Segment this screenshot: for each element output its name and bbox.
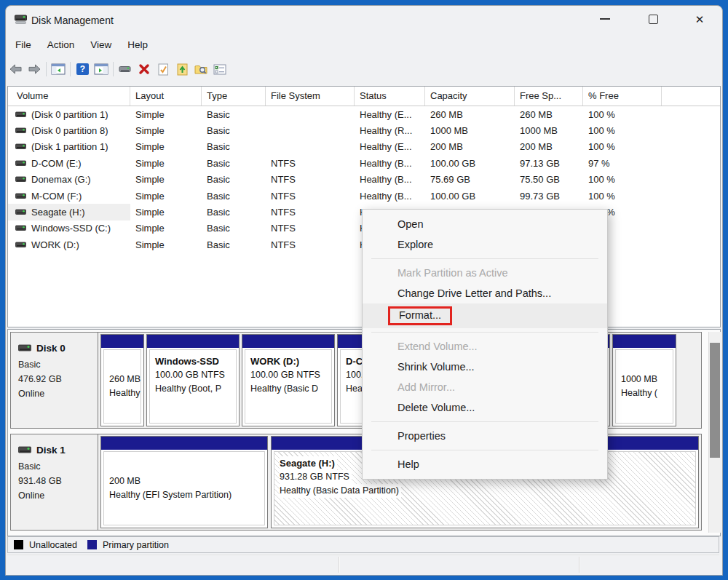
disk1-partition-efi[interactable]: 200 MB Healthy (EFI System Partition) <box>100 436 268 528</box>
volume-drive-icon <box>15 176 26 183</box>
drive-popup-icon[interactable] <box>116 60 135 79</box>
cell-layout: Simple <box>130 223 202 234</box>
table-row[interactable]: (Disk 1 partition 1) Simple Basic Health… <box>8 139 720 155</box>
cell-capacity: 100.00 GB <box>425 158 515 169</box>
cell-layout: Simple <box>130 191 202 202</box>
legend-unallocated-label: Unallocated <box>29 540 77 550</box>
cell-layout: Simple <box>130 158 202 169</box>
table-row[interactable]: (Disk 0 partition 8) Simple Basic Health… <box>8 122 720 138</box>
legend-bar: Unallocated Primary partition <box>7 536 719 553</box>
partition-size: 100.00 GB NTFS <box>155 368 236 382</box>
cell-file-system: NTFS <box>266 191 355 202</box>
disk0-partition-windows-ssd[interactable]: Windows-SSD 100.00 GB NTFS Healthy (Boot… <box>146 334 240 426</box>
cell-layout: Simple <box>130 109 202 120</box>
volume-drive-icon <box>15 209 26 215</box>
column-header-capacity[interactable]: Capacity <box>425 87 515 106</box>
menu-view[interactable]: View <box>82 36 119 55</box>
menu-help[interactable]: Help <box>119 36 156 55</box>
volume-name: WORK (D:) <box>31 239 79 250</box>
menu-separator <box>371 450 598 450</box>
column-header-file-system[interactable]: File System <box>266 87 355 106</box>
close-button[interactable]: ✕ <box>684 5 716 33</box>
table-row[interactable]: M-COM (F:) Simple Basic NTFS Healthy (B.… <box>8 188 720 204</box>
cell-layout: Simple <box>130 141 202 152</box>
cell-pct-free: 100 % <box>583 125 662 136</box>
maximize-icon <box>649 15 658 24</box>
context-menu-item-mark-partition-active: Mark Partition as Active <box>363 263 607 283</box>
forward-icon[interactable] <box>25 60 44 79</box>
column-header-layout[interactable]: Layout <box>130 87 202 106</box>
toolbar-separator <box>70 62 71 76</box>
disk-drive-icon <box>18 446 31 454</box>
menu-separator <box>371 421 598 422</box>
context-menu-item-shrink-volume[interactable]: Shrink Volume... <box>363 357 607 377</box>
minimize-button[interactable] <box>589 5 621 33</box>
disk0-status: Online <box>18 386 98 401</box>
show-console-tree-icon[interactable] <box>49 60 68 79</box>
context-menu-item-explore[interactable]: Explore <box>363 234 607 255</box>
cell-type: Basic <box>202 125 266 136</box>
status-bar-divider <box>579 557 580 573</box>
table-row[interactable]: Donemax (G:) Simple Basic NTFS Healthy (… <box>8 172 720 188</box>
partition-status: Healthy (Basic Data Partition) <box>280 484 401 498</box>
minimize-icon <box>600 18 610 20</box>
disk0-name: Disk 0 <box>36 343 66 354</box>
cell-pct-free: 100 % <box>583 191 662 202</box>
disk0-partition-work[interactable]: WORK (D:) 100.00 GB NTFS Healthy (Basic … <box>242 334 335 426</box>
cell-pct-free: 100 % <box>583 174 662 185</box>
context-menu-item-delete-volume[interactable]: Delete Volume... <box>363 397 607 418</box>
cell-pct-free: 100 % <box>583 141 662 152</box>
cell-free-space: 1000 MB <box>515 125 583 136</box>
fields-icon[interactable] <box>210 60 229 79</box>
disk1-label[interactable]: Disk 1 Basic 931.48 GB Online <box>11 434 98 530</box>
cell-status: Healthy (B... <box>355 191 425 202</box>
column-header-pct-free[interactable]: % Free <box>583 87 662 106</box>
folder-search-icon[interactable] <box>191 60 210 79</box>
column-header-free-space[interactable]: Free Sp... <box>515 87 583 106</box>
partition-color-bar <box>147 335 239 348</box>
primary-partition-swatch <box>87 540 97 549</box>
context-menu-item-properties[interactable]: Properties <box>363 426 607 446</box>
disk1-kind: Basic <box>18 459 98 474</box>
disk-drive-icon <box>18 344 31 352</box>
menu-separator <box>371 258 598 259</box>
cell-layout: Simple <box>130 174 202 185</box>
check-document-icon[interactable] <box>154 60 173 79</box>
column-header-type[interactable]: Type <box>202 87 266 106</box>
scrollbar-thumb[interactable] <box>710 343 720 458</box>
column-header-status[interactable]: Status <box>355 87 425 106</box>
context-menu-item-help[interactable]: Help <box>363 454 607 474</box>
context-menu-item-format[interactable]: Format... <box>363 303 607 328</box>
help-icon[interactable]: ? <box>73 60 92 79</box>
disk1-status: Online <box>18 488 98 503</box>
cell-file-system: NTFS <box>266 223 355 234</box>
table-row[interactable]: (Disk 0 partition 1) Simple Basic Health… <box>8 106 720 122</box>
partition-size: 260 MB <box>109 373 141 386</box>
partition-status: Healthy ( <box>621 386 673 400</box>
vertical-scrollbar[interactable] <box>708 332 721 533</box>
cell-file-system: NTFS <box>266 174 355 185</box>
show-action-pane-icon[interactable] <box>92 60 111 79</box>
cell-capacity: 75.69 GB <box>425 174 515 185</box>
partition-size: 100.00 GB NTFS <box>250 368 331 382</box>
menu-action[interactable]: Action <box>39 36 83 55</box>
back-icon[interactable] <box>6 60 25 79</box>
disk0-label[interactable]: Disk 0 Basic 476.92 GB Online <box>11 333 98 428</box>
maximize-button[interactable] <box>637 5 669 33</box>
table-row[interactable]: D-COM (E:) Simple Basic NTFS Healthy (B.… <box>8 155 720 171</box>
cell-status: Healthy (R... <box>355 125 425 136</box>
menu-file[interactable]: File <box>7 36 39 55</box>
cell-free-space: 75.50 GB <box>515 174 583 185</box>
delete-icon[interactable] <box>135 60 154 79</box>
column-header-volume[interactable]: Volume <box>8 87 130 106</box>
disk0-partition-recovery[interactable]: 1000 MB Healthy ( <box>612 334 676 426</box>
document-up-icon[interactable] <box>173 60 191 79</box>
volume-name: M-COM (F:) <box>31 191 82 202</box>
cell-type: Basic <box>202 223 266 234</box>
cell-pct-free: 100 % <box>583 109 662 120</box>
context-menu-item-open[interactable]: Open <box>363 214 607 234</box>
context-menu-item-change-drive-letter[interactable]: Change Drive Letter and Paths... <box>363 283 607 303</box>
toolbar: ? <box>6 57 229 81</box>
cell-layout: Simple <box>130 239 202 250</box>
disk0-partition-efi[interactable]: 260 MB Healthy ( <box>100 334 144 426</box>
